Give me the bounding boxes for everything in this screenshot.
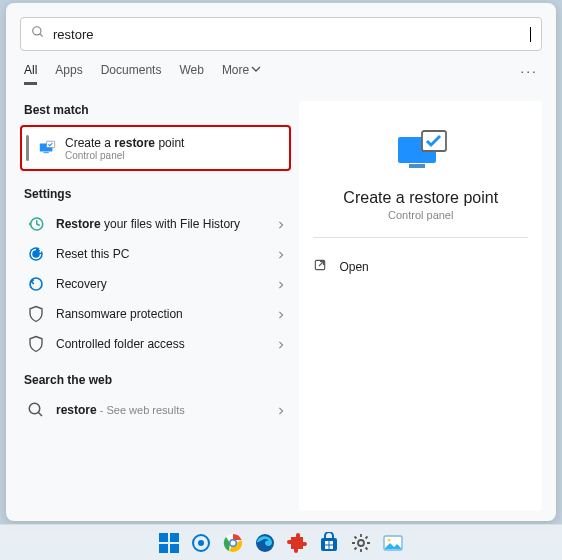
svg-rect-24 (321, 538, 337, 551)
tab-all[interactable]: All (24, 63, 37, 83)
settings-item-reset-pc[interactable]: Reset this PC (20, 239, 291, 269)
search-box[interactable] (20, 17, 542, 51)
svg-line-1 (40, 34, 43, 37)
taskbar-chrome-icon[interactable] (222, 532, 244, 554)
svg-rect-16 (159, 544, 168, 553)
svg-line-9 (38, 412, 42, 416)
start-search-panel: All Apps Documents Web More ··· Best mat… (6, 3, 556, 521)
chevron-right-icon (277, 245, 285, 263)
taskbar-devices-icon[interactable] (190, 532, 212, 554)
taskbar-photos-icon[interactable] (382, 532, 404, 554)
best-match-item[interactable]: Create a restore point Control panel (20, 125, 291, 171)
search-icon (31, 25, 45, 43)
search-icon (26, 400, 46, 420)
details-pane: Create a restore point Control panel Ope… (299, 101, 542, 511)
best-match-subtitle: Control panel (65, 150, 184, 161)
svg-rect-28 (330, 545, 334, 549)
svg-point-29 (358, 540, 364, 546)
recovery-icon (26, 274, 46, 294)
details-subtitle: Control panel (388, 209, 453, 221)
svg-rect-25 (325, 541, 329, 545)
chevron-right-icon (277, 275, 285, 293)
chevron-right-icon (277, 335, 285, 353)
restore-point-icon (37, 138, 57, 158)
details-title: Create a restore point (343, 189, 498, 207)
svg-point-8 (29, 403, 40, 414)
history-icon (26, 214, 46, 234)
svg-rect-15 (170, 533, 179, 542)
svg-point-7 (30, 278, 42, 290)
settings-item-restore-files[interactable]: Restore your files with File History (20, 209, 291, 239)
tab-apps[interactable]: Apps (55, 63, 82, 83)
search-web-item[interactable]: restore - See web results (20, 395, 291, 425)
restore-point-large-icon (394, 129, 448, 177)
taskbar-store-icon[interactable] (318, 532, 340, 554)
taskbar-settings-icon[interactable] (350, 532, 372, 554)
tab-more[interactable]: More (222, 63, 261, 83)
svg-rect-27 (325, 545, 329, 549)
settings-item-folder-access[interactable]: Controlled folder access (20, 329, 291, 359)
taskbar (0, 524, 562, 560)
selection-bar (26, 135, 29, 161)
best-match-title: Create a restore point (65, 136, 184, 150)
chevron-right-icon (277, 215, 285, 233)
svg-point-31 (387, 538, 390, 541)
best-match-header: Best match (24, 103, 287, 117)
svg-rect-26 (330, 541, 334, 545)
open-icon (313, 258, 327, 275)
chevron-right-icon (277, 305, 285, 323)
svg-rect-3 (43, 152, 48, 153)
shield-icon (26, 334, 46, 354)
tab-web[interactable]: Web (179, 63, 203, 83)
svg-point-19 (198, 540, 204, 546)
search-input[interactable] (45, 27, 536, 42)
svg-rect-17 (170, 544, 179, 553)
tab-documents[interactable]: Documents (101, 63, 162, 83)
filter-tabs: All Apps Documents Web More ··· (24, 63, 538, 83)
chevron-right-icon (277, 401, 285, 419)
results-left-pane: Best match Create a restore point Contro… (20, 101, 291, 511)
text-caret (530, 27, 531, 42)
svg-point-22 (231, 540, 236, 545)
search-web-header: Search the web (24, 373, 287, 387)
settings-item-recovery[interactable]: Recovery (20, 269, 291, 299)
svg-rect-14 (159, 533, 168, 542)
open-action[interactable]: Open (313, 254, 368, 279)
reset-icon (26, 244, 46, 264)
shield-icon (26, 304, 46, 324)
taskbar-puzzle-icon[interactable] (286, 532, 308, 554)
svg-point-0 (33, 27, 41, 35)
more-options-icon[interactable]: ··· (520, 63, 538, 83)
divider (313, 237, 528, 238)
taskbar-edge-icon[interactable] (254, 532, 276, 554)
svg-rect-11 (409, 164, 425, 168)
settings-header: Settings (24, 187, 287, 201)
taskbar-start-icon[interactable] (158, 532, 180, 554)
settings-item-ransomware[interactable]: Ransomware protection (20, 299, 291, 329)
